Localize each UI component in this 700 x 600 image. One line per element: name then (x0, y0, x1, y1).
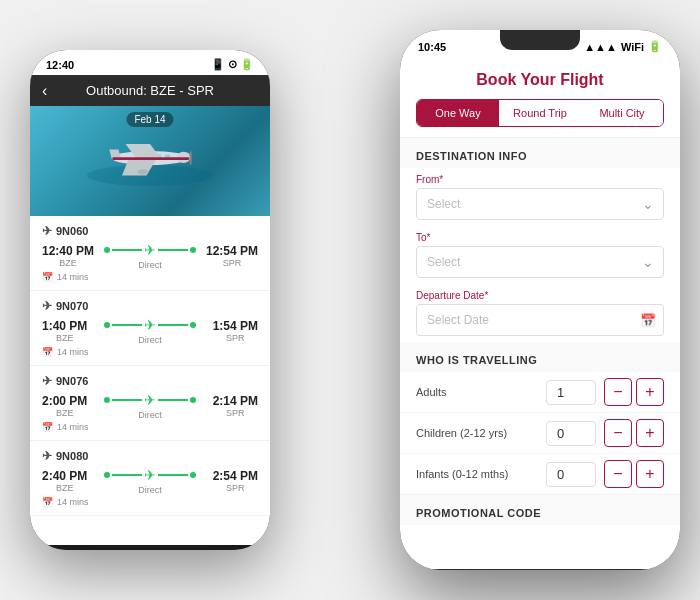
children-plus-btn[interactable]: + (636, 419, 664, 447)
to-select[interactable]: Select (416, 246, 664, 278)
infants-plus-btn[interactable]: + (636, 460, 664, 488)
adults-controls: 1 − + (546, 378, 664, 406)
direct-label: Direct (138, 260, 162, 270)
tab-round-trip[interactable]: Round Trip (499, 100, 581, 126)
depart-code: BZE (42, 408, 87, 418)
infants-label: Infants (0-12 mths) (416, 468, 508, 480)
svg-rect-9 (112, 157, 189, 160)
route-line-segment (112, 249, 142, 251)
depart-time: 1:40 PM (42, 319, 87, 333)
flight-list-item[interactable]: ✈ 9N060 12:40 PM BZE ✈ Direct (30, 216, 270, 291)
left-header: ‹ Outbound: BZE - SPR (30, 75, 270, 106)
route-plane-icon: ✈ (144, 242, 156, 258)
promo-section-title: PROMOTIONAL CODE (400, 495, 680, 525)
flight-number: ✈ 9N060 (42, 224, 258, 238)
flight-list: ✈ 9N060 12:40 PM BZE ✈ Direct (30, 216, 270, 516)
route-plane-icon: ✈ (144, 392, 156, 408)
back-button[interactable]: ‹ (42, 82, 47, 100)
flight-duration: 📅 14 mins (42, 347, 258, 357)
dot-left (104, 472, 110, 478)
arrive-time: 1:54 PM (213, 319, 258, 333)
children-minus-btn[interactable]: − (604, 419, 632, 447)
left-phone: 12:40 📱 ⊙ 🔋 ‹ Outbound: BZE - SPR Feb 14 (30, 50, 270, 550)
infants-minus-btn[interactable]: − (604, 460, 632, 488)
route-plane-icon: ✈ (144, 317, 156, 333)
flight-duration: 📅 14 mins (42, 497, 258, 507)
right-screen[interactable]: Book Your Flight One Way Round Trip Mult… (400, 57, 680, 569)
children-label: Children (2-12 yrs) (416, 427, 507, 439)
from-select-wrapper[interactable]: Select (416, 188, 664, 220)
booking-header: Book Your Flight One Way Round Trip Mult… (400, 57, 680, 138)
route-line-segment2 (158, 399, 188, 401)
adults-btn-group: − + (604, 378, 664, 406)
adults-counter-row: Adults 1 − + (400, 372, 680, 413)
flight-number: ✈ 9N076 (42, 374, 258, 388)
flight-list-item[interactable]: ✈ 9N076 2:00 PM BZE ✈ Direct (30, 366, 270, 441)
plane-icon: ✈ (42, 299, 52, 313)
to-select-wrapper[interactable]: Select (416, 246, 664, 278)
signal-icon: ▲▲▲ (584, 41, 617, 53)
arrive-code: SPR (206, 258, 258, 268)
depart-code: BZE (42, 258, 94, 268)
flight-route: 2:40 PM BZE ✈ Direct 2:54 PM SPR (42, 467, 258, 495)
route-line-segment2 (158, 324, 188, 326)
children-counter-row: Children (2-12 yrs) 0 − + (400, 413, 680, 454)
flight-date: Feb 14 (126, 112, 173, 127)
adults-value: 1 (546, 380, 596, 405)
route-line: ✈ (100, 242, 200, 258)
departure-date-wrapper[interactable]: Select Date (416, 304, 664, 336)
calendar-icon: 📅 (42, 347, 53, 357)
dot-right (190, 247, 196, 253)
adults-plus-btn[interactable]: + (636, 378, 664, 406)
phone-notch (500, 30, 580, 50)
plane-icon: ✈ (42, 449, 52, 463)
direct-label: Direct (138, 410, 162, 420)
infants-value: 0 (546, 462, 596, 487)
calendar-icon: 📅 (42, 497, 53, 507)
flight-duration: 📅 14 mins (42, 422, 258, 432)
dot-right (190, 322, 196, 328)
infants-label-group: Infants (0-12 mths) (416, 468, 508, 480)
arrive-code: SPR (213, 483, 258, 493)
flight-route: 1:40 PM BZE ✈ Direct 1:54 PM SPR (42, 317, 258, 345)
arrive-time: 2:14 PM (213, 394, 258, 408)
calendar-icon: 📅 (42, 422, 53, 432)
route-plane-icon: ✈ (144, 467, 156, 483)
svg-point-2 (177, 151, 191, 162)
left-status-icons: 📱 ⊙ 🔋 (211, 58, 254, 71)
trip-type-tabs[interactable]: One Way Round Trip Multi City (416, 99, 664, 127)
tab-multi-city[interactable]: Multi City (581, 100, 663, 126)
route-line-segment (112, 399, 142, 401)
dot-left (104, 397, 110, 403)
adults-label-group: Adults (416, 386, 447, 398)
destination-section-title: DESTINATION INFO (400, 138, 680, 168)
dot-left (104, 247, 110, 253)
route-line-segment (112, 324, 142, 326)
children-value: 0 (546, 421, 596, 446)
svg-marker-8 (109, 149, 120, 157)
flight-list-item[interactable]: ✈ 9N080 2:40 PM BZE ✈ Direct (30, 441, 270, 516)
depart-code: BZE (42, 483, 87, 493)
from-select[interactable]: Select (416, 188, 664, 220)
flight-duration: 📅 14 mins (42, 272, 258, 282)
arrive-code: SPR (213, 333, 258, 343)
departure-date-input[interactable]: Select Date (416, 304, 664, 336)
plane-icon: ✈ (42, 224, 52, 238)
route-line: ✈ (93, 392, 206, 408)
plane-illustration (80, 137, 220, 186)
flight-list-item[interactable]: ✈ 9N070 1:40 PM BZE ✈ Direct (30, 291, 270, 366)
wifi-icon: WiFi (621, 41, 644, 53)
arrive-time: 2:54 PM (213, 469, 258, 483)
flight-number: ✈ 9N080 (42, 449, 258, 463)
arrive-code: SPR (213, 408, 258, 418)
infants-controls: 0 − + (546, 460, 664, 488)
route-line-segment2 (158, 474, 188, 476)
tab-one-way[interactable]: One Way (417, 100, 499, 126)
left-status-bar: 12:40 📱 ⊙ 🔋 (30, 50, 270, 75)
infants-btn-group: − + (604, 460, 664, 488)
children-label-group: Children (2-12 yrs) (416, 427, 507, 439)
flight-number: ✈ 9N070 (42, 299, 258, 313)
adults-minus-btn[interactable]: − (604, 378, 632, 406)
infants-counter-row: Infants (0-12 mths) 0 − + (400, 454, 680, 495)
booking-title: Book Your Flight (416, 71, 664, 89)
